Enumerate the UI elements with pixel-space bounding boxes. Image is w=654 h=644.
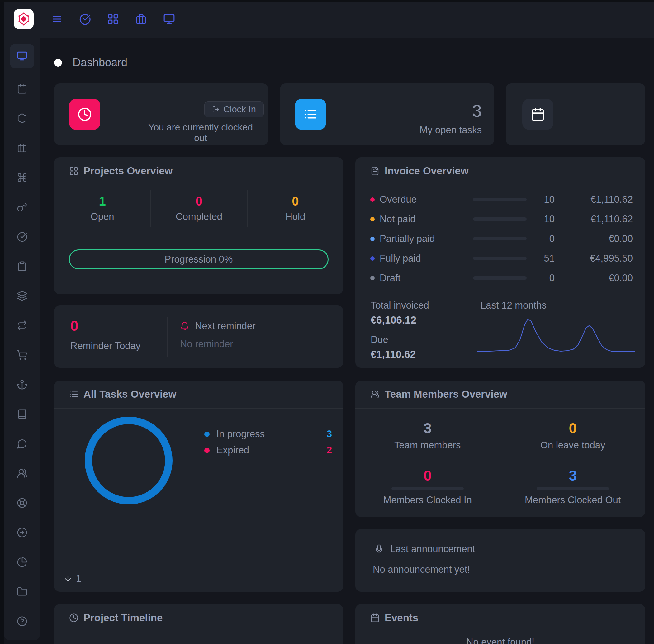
events-header: Events [355, 604, 645, 631]
key-icon [17, 202, 27, 212]
projects-overview-header: Projects Overview [54, 157, 343, 185]
invoice-row-count: 0 [527, 273, 555, 284]
monitor-icon[interactable] [163, 13, 175, 25]
sidebar-item-users[interactable] [10, 458, 34, 488]
on-leave-stat: 0 On leave today [500, 410, 646, 461]
sidebar-item-pie-chart[interactable] [10, 547, 34, 577]
open-tasks-card[interactable]: 3 My open tasks [280, 84, 494, 145]
pie-chart-icon [17, 557, 27, 568]
legend-label: Expired [217, 445, 249, 456]
arrow-down-icon [64, 574, 72, 583]
page-header: Dashboard [54, 56, 127, 69]
reminder-count: 0 [70, 319, 140, 333]
sidebar-item-hexagon[interactable] [10, 104, 34, 133]
stat-open: 1 Open [54, 190, 151, 227]
invoice-row-amount: €0.00 [555, 273, 633, 284]
sidebar-item-key[interactable] [10, 192, 34, 222]
open-tasks-label: My open tasks [420, 124, 482, 136]
stat-open-value: 1 [99, 195, 106, 207]
check-circle-icon[interactable] [79, 13, 91, 25]
sidebar-item-repeat[interactable] [10, 310, 34, 340]
legend-label: In progress [217, 429, 265, 440]
briefcase-icon [17, 143, 27, 153]
invoice-row-amount: €0.00 [555, 233, 633, 245]
calendar-card[interactable] [506, 84, 645, 145]
next-reminder-value: No reminder [180, 339, 256, 350]
stat-open-label: Open [91, 211, 114, 222]
invoice-row-draft: Draft0€0.00 [370, 268, 633, 288]
sidebar-item-book[interactable] [10, 399, 34, 429]
menu-icon[interactable] [51, 13, 63, 25]
topbar [0, 0, 654, 38]
status-dot [370, 256, 375, 261]
stat-completed-label: Completed [176, 211, 222, 222]
sidebar-item-life-buoy[interactable] [10, 488, 34, 518]
users-icon [17, 468, 27, 479]
folder-icon [17, 586, 27, 597]
invoice-row-label: Not paid [380, 214, 473, 225]
clocked-in-value: 0 [424, 468, 432, 483]
repeat-icon [17, 320, 27, 331]
sidebar-item-calendar[interactable] [10, 74, 34, 104]
list-icon [69, 390, 78, 399]
all-tasks-title: All Tasks Overview [84, 388, 176, 400]
topbar-actions [51, 13, 175, 25]
sidebar [4, 38, 40, 640]
tasks-donut-chart [85, 417, 173, 505]
sidebar-item-check-circle[interactable] [10, 222, 34, 251]
shopping-cart-icon [17, 350, 27, 360]
team-members-value: 3 [424, 421, 432, 435]
sidebar-item-anchor[interactable] [10, 370, 34, 399]
invoice-row-bar [473, 217, 527, 221]
invoice-row-fully-paid: Fully paid51€4,995.50 [370, 249, 633, 268]
grid-icon[interactable] [107, 13, 119, 25]
clock-card: Clock In You are currently clocked out [54, 84, 268, 145]
sidebar-item-shopping-cart[interactable] [10, 340, 34, 370]
check-circle-icon [17, 231, 27, 242]
all-tasks-panel: All Tasks Overview In progress 3 Expired… [54, 381, 343, 592]
sidebar-item-clipboard[interactable] [10, 251, 34, 281]
sidebar-item-monitor[interactable] [10, 44, 34, 68]
invoice-row-label: Overdue [380, 194, 473, 205]
progression-pill: Progression 0% [69, 249, 329, 269]
divider [355, 185, 645, 185]
team-stats: 3 Team members 0 On leave today 0 Member… [355, 410, 645, 512]
sidebar-item-briefcase[interactable] [10, 133, 34, 163]
team-members-header: Team Members Overview [355, 381, 645, 408]
stat-completed-value: 0 [196, 195, 202, 207]
sidebar-item-command[interactable] [10, 163, 34, 192]
invoice-totals: Total invoiced €6,106.12 Due €1,110.62 [370, 300, 429, 360]
status-dot [370, 237, 375, 241]
command-icon [17, 172, 27, 183]
users-icon [370, 390, 380, 399]
announcement-empty-text: No announcement yet! [373, 564, 470, 575]
status-dot [370, 198, 375, 202]
invoice-row-count: 0 [527, 233, 555, 245]
reminder-card: 0 Reminder Today Next reminder No remind… [54, 305, 343, 368]
briefcase-icon[interactable] [135, 13, 147, 25]
clock-in-button[interactable]: Clock In [204, 101, 264, 117]
sidebar-item-message-circle[interactable] [10, 429, 34, 458]
sidebar-item-layers[interactable] [10, 281, 34, 310]
clock-icon [77, 107, 92, 121]
tasks-footer[interactable]: 1 [64, 573, 81, 584]
app-logo[interactable] [14, 9, 33, 29]
dashboard-page: Dashboard Clock In You are currently clo… [0, 0, 654, 644]
sidebar-items [4, 38, 40, 636]
sidebar-item-arrow-right-circle[interactable] [10, 518, 34, 547]
sidebar-item-folder[interactable] [10, 577, 34, 606]
clipboard-icon [17, 261, 27, 272]
invoice-row-label: Draft [380, 273, 473, 284]
invoice-row-amount: €1,110.62 [555, 214, 633, 225]
all-tasks-header: All Tasks Overview [54, 381, 343, 408]
invoice-row-count: 10 [527, 214, 555, 225]
next-reminder-label: Next reminder [195, 320, 256, 332]
clocked-out-value: 3 [569, 468, 577, 483]
announcement-header: Last announcement [374, 544, 475, 555]
sidebar-item-help-circle[interactable] [10, 606, 34, 636]
invoice-row-not-paid: Not paid10€1,110.62 [370, 209, 633, 229]
calendar-tile [522, 99, 554, 130]
divider [54, 408, 343, 409]
total-invoiced-value: €6,106.12 [370, 314, 429, 326]
projects-overview-panel: Projects Overview 1 Open 0 Completed 0 H… [54, 157, 343, 294]
